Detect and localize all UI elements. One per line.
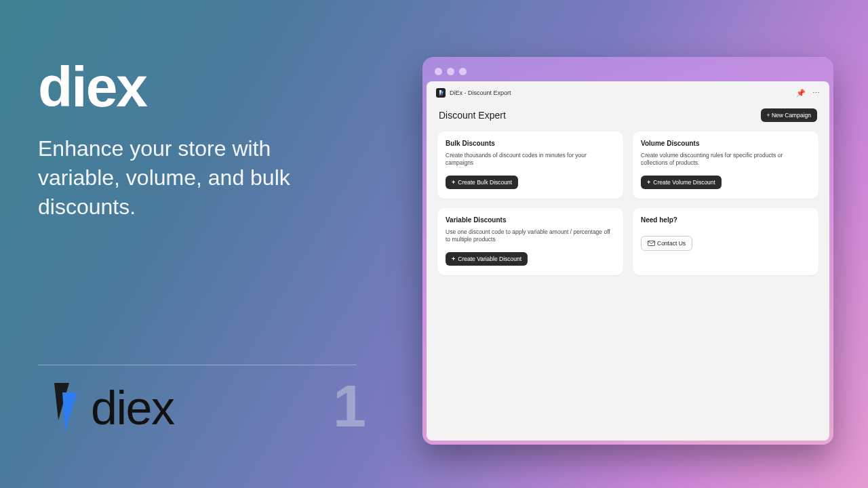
svg-marker-1 <box>62 392 77 432</box>
window-titlebar <box>427 61 829 81</box>
button-label: Create Bulk Discount <box>458 179 512 186</box>
svg-marker-3 <box>441 91 443 96</box>
app-window: DiEx - Discount Export 📌 ⋯ Discount Expe… <box>422 57 833 445</box>
breadcrumb-text: DiEx - Discount Export <box>450 89 511 96</box>
button-label: Create Variable Discount <box>458 256 521 262</box>
page-title: Discount Expert <box>439 110 506 121</box>
button-label: Contact Us <box>657 240 686 247</box>
divider <box>38 365 357 365</box>
breadcrumb: DiEx - Discount Export 📌 ⋯ <box>432 85 824 100</box>
button-label: Create Volume Discount <box>653 179 715 186</box>
mail-icon <box>648 241 654 246</box>
pin-icon[interactable]: 📌 <box>796 89 806 98</box>
brand-name: diex <box>38 58 391 115</box>
create-variable-button[interactable]: + Create Variable Discount <box>446 252 528 266</box>
headline-block: diex Enhance your store with variable, v… <box>38 58 391 222</box>
logo-icon <box>49 383 83 433</box>
window-dot-close[interactable] <box>435 68 442 75</box>
app-icon <box>436 88 446 98</box>
new-campaign-button[interactable]: + New Campaign <box>761 108 817 122</box>
tagline: Enhance your store with variable, volume… <box>38 134 350 222</box>
logo-row: diex <box>49 383 174 433</box>
app-viewport: DiEx - Discount Export 📌 ⋯ Discount Expe… <box>427 81 829 441</box>
plus-icon: + <box>452 256 455 262</box>
plus-icon: + <box>647 179 650 186</box>
card-bulk: Bulk Discounts Create thousands of disco… <box>437 131 623 199</box>
create-bulk-button[interactable]: + Create Bulk Discount <box>446 176 518 189</box>
page-header: Discount Expert + New Campaign <box>432 100 824 131</box>
plus-icon: + <box>452 179 455 186</box>
card-desc: Use one discount code to apply variable … <box>446 228 615 244</box>
window-dot-min[interactable] <box>447 68 454 75</box>
card-desc: Create volume discounting rules for spec… <box>641 152 810 167</box>
card-title: Volume Discounts <box>641 140 810 147</box>
cards-grid: Bulk Discounts Create thousands of disco… <box>432 131 824 275</box>
card-title: Need help? <box>641 216 810 224</box>
card-volume: Volume Discounts Create volume discounti… <box>633 131 818 199</box>
new-campaign-label: + New Campaign <box>767 112 811 119</box>
create-volume-button[interactable]: + Create Volume Discount <box>641 176 722 189</box>
card-title: Variable Discounts <box>446 216 615 224</box>
card-title: Bulk Discounts <box>446 140 615 147</box>
window-dot-max[interactable] <box>459 68 467 75</box>
marketing-slide: diex Enhance your store with variable, v… <box>0 0 868 488</box>
contact-us-button[interactable]: Contact Us <box>641 236 692 251</box>
card-help: Need help? Contact Us <box>633 208 818 275</box>
card-variable: Variable Discounts Use one discount code… <box>437 208 623 275</box>
card-desc: Create thousands of discount codes in mi… <box>446 152 615 167</box>
logo-text: diex <box>91 384 174 432</box>
slide-number: 1 <box>333 376 366 436</box>
more-icon[interactable]: ⋯ <box>812 89 820 98</box>
